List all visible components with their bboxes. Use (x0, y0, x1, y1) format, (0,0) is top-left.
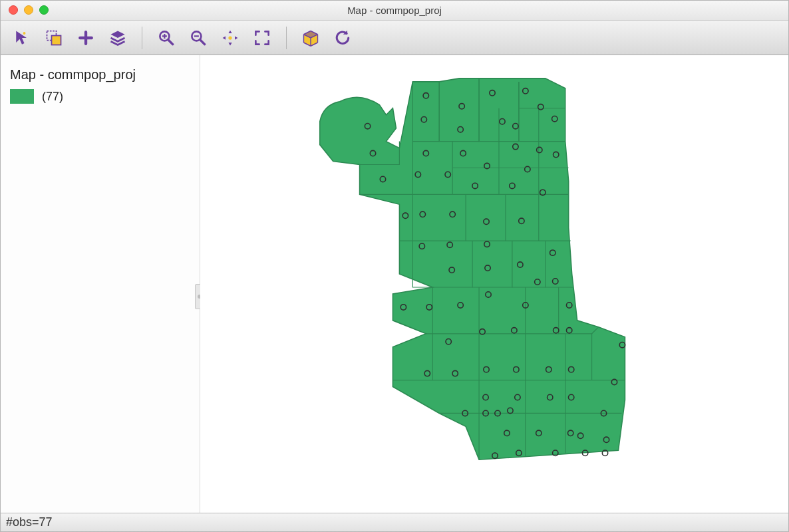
svg-rect-2 (52, 35, 61, 45)
refresh-icon (333, 29, 352, 47)
legend-title: Map - commpop_proj (10, 67, 190, 82)
obs-count: #obs=77 (6, 515, 53, 529)
window-title: Map - commpop_proj (1, 5, 788, 16)
legend-label: (77) (42, 90, 63, 104)
add-layer-button[interactable] (71, 25, 100, 51)
basemap-button[interactable] (296, 25, 325, 51)
legend-item[interactable]: (77) (10, 89, 190, 104)
map-canvas[interactable] (200, 55, 788, 513)
select-tool-icon (13, 29, 31, 47)
legend-swatch (10, 89, 34, 104)
svg-point-5 (228, 36, 232, 39)
toolbar-separator (286, 27, 287, 49)
full-extent-button[interactable] (247, 25, 277, 51)
toolbar (1, 21, 788, 55)
full-extent-icon (253, 29, 271, 47)
toolbar-separator (142, 27, 142, 49)
zoom-in-icon (157, 29, 176, 47)
map-svg (200, 55, 788, 513)
layers-icon (108, 29, 127, 47)
maximize-window-button[interactable] (39, 5, 49, 15)
zoom-out-icon (189, 29, 208, 47)
zoom-out-button[interactable] (184, 25, 213, 51)
legend-panel: Map - commpop_proj (77) (1, 55, 200, 513)
zoom-in-button[interactable] (152, 25, 181, 51)
pan-button[interactable] (216, 25, 245, 51)
window-controls (9, 5, 49, 15)
invert-select-button[interactable] (39, 25, 69, 51)
minimize-window-button[interactable] (24, 5, 33, 15)
invert-select-icon (45, 29, 63, 47)
close-window-button[interactable] (9, 5, 18, 15)
svg-point-0 (23, 32, 26, 35)
pan-icon (221, 29, 239, 47)
refresh-button[interactable] (328, 25, 357, 51)
add-layer-icon (77, 29, 95, 47)
titlebar: Map - commpop_proj (1, 1, 788, 21)
layers-button[interactable] (103, 25, 132, 51)
main-body: Map - commpop_proj (77) (1, 55, 788, 513)
basemap-icon (301, 29, 320, 47)
select-tool-button[interactable] (7, 25, 37, 51)
status-bar: #obs=77 (1, 513, 788, 531)
app-window: Map - commpop_proj (0, 0, 789, 532)
